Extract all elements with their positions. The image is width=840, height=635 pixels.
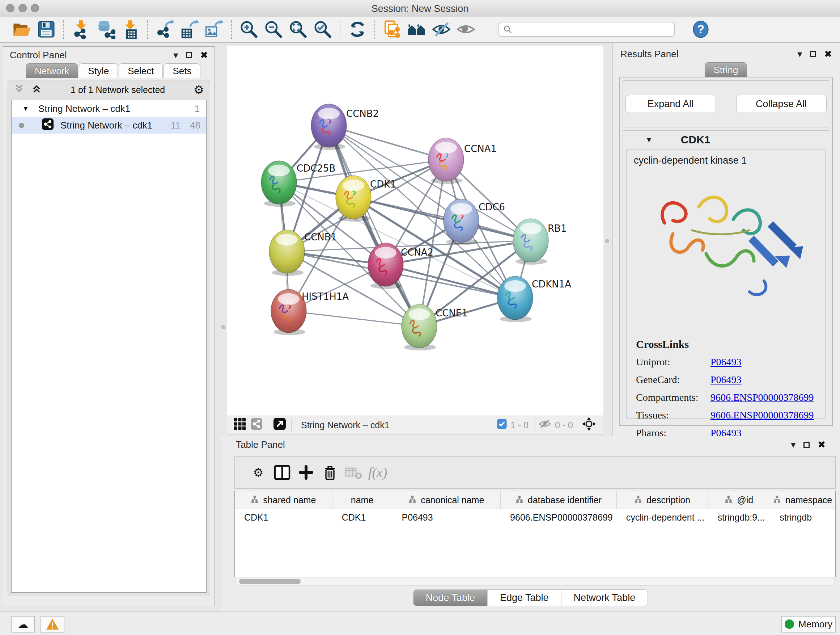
network-node-CDC25B[interactable]: CDC25B — [261, 161, 335, 207]
column-header-database-identifier[interactable]: database identifier — [501, 491, 617, 509]
selected-checkbox-icon[interactable] — [497, 419, 507, 431]
delete-table-icon[interactable] — [342, 462, 366, 483]
warnings-button[interactable] — [41, 616, 65, 632]
zoom-in-button[interactable] — [238, 19, 259, 40]
collapse-all-networks-icon[interactable] — [14, 83, 25, 96]
collection-expander-icon[interactable]: ▼ — [22, 105, 29, 112]
tab-string[interactable]: String — [705, 62, 747, 77]
gene-section-expander-icon[interactable]: ▼ — [645, 136, 653, 144]
import-database-button[interactable] — [95, 19, 116, 40]
refresh-button[interactable] — [347, 19, 368, 40]
function-builder-icon[interactable]: f(x) — [366, 462, 390, 483]
right-splitter-handle[interactable] — [605, 239, 609, 243]
table-panel-close-icon[interactable]: ✖ — [818, 440, 826, 449]
table-cell[interactable]: CDK1 — [235, 512, 332, 523]
crosslink-link[interactable]: P06493 — [711, 356, 742, 368]
table-options-gear-icon[interactable]: ⚙ — [246, 462, 270, 483]
tab-select[interactable]: Select — [118, 63, 163, 78]
column-header-description[interactable]: description — [617, 491, 708, 509]
network-node-HIST1H1A[interactable]: HIST1H1A — [271, 289, 349, 335]
gene-section-header[interactable]: ▼ CDK1 — [623, 131, 829, 149]
add-column-icon[interactable] — [294, 462, 318, 483]
network-canvas[interactable]: CCNB2CCNA1CDC25BCDK1CDC6RB1CCNB1CCNA2CDK… — [227, 46, 603, 416]
network-node-CDKN1A[interactable]: CDKN1A — [497, 276, 571, 322]
results-panel-float-icon[interactable] — [810, 51, 816, 57]
expand-all-button[interactable]: Expand All — [625, 95, 716, 113]
tab-node-table[interactable]: Node Table — [413, 589, 488, 606]
table-panel-float-icon[interactable] — [804, 442, 810, 448]
table-cell[interactable]: stringdb:9... — [708, 512, 770, 523]
results-panel-menu-icon[interactable]: ▾ — [797, 49, 802, 59]
hidden-eye-icon[interactable] — [538, 418, 551, 432]
crosslink-link[interactable]: P06493 — [711, 374, 742, 386]
table-cell[interactable]: 9606.ENSP00000378699 — [501, 512, 617, 523]
left-splitter-handle[interactable] — [221, 325, 225, 329]
zoom-fit-button[interactable] — [287, 19, 309, 40]
export-table-button[interactable] — [179, 19, 200, 40]
network-collection-row[interactable]: ▼ String Network – cdk1 1 — [11, 100, 206, 117]
birds-eye-view-icon[interactable] — [582, 417, 596, 433]
column-header-canonical-name[interactable]: canonical name — [392, 491, 501, 509]
export-network-button[interactable] — [155, 19, 175, 40]
network-node-CCNB2[interactable]: CCNB2 — [311, 104, 379, 150]
tab-sets[interactable]: Sets — [164, 63, 201, 78]
open-in-new-window-icon[interactable] — [273, 417, 286, 432]
search-input[interactable] — [499, 22, 675, 37]
table-cell[interactable]: cyclin-dependent ... — [617, 512, 708, 523]
show-hidden-button[interactable] — [455, 19, 477, 40]
crosslinks-section: CrossLinks Uniprot:P06493GeneCard:P06493… — [636, 338, 819, 445]
network-node-RB1[interactable]: RB1 — [513, 219, 567, 264]
network-node-CCNE1[interactable]: CCNE1 — [401, 304, 468, 350]
crosslink-link[interactable]: 9606.ENSP00000378699 — [711, 409, 813, 421]
control-panel-float-icon[interactable] — [186, 52, 192, 58]
network-node-CCNA1[interactable]: CCNA1 — [428, 138, 497, 184]
control-panel-menu-icon[interactable]: ▾ — [173, 50, 178, 60]
scrollbar-thumb[interactable] — [239, 579, 301, 584]
control-panel-close-icon[interactable]: ✖ — [200, 50, 208, 60]
crosslink-link[interactable]: 9606.ENSP00000378699 — [711, 392, 813, 403]
network-options-gear-icon[interactable]: ⚙ — [194, 84, 204, 96]
network-node-CCNB1[interactable]: CCNB1 — [269, 230, 337, 276]
network-node-CDC6[interactable]: CDC6 — [444, 199, 505, 245]
table-horizontal-scrollbar[interactable] — [235, 578, 835, 586]
tab-edge-table[interactable]: Edge Table — [487, 589, 561, 606]
open-session-button[interactable] — [11, 19, 32, 40]
clone-network-button[interactable] — [382, 19, 403, 40]
zoom-selected-button[interactable] — [312, 19, 333, 40]
table-cell[interactable]: CDK1 — [332, 512, 393, 523]
help-button[interactable]: ? — [690, 19, 711, 40]
network-node-CCNA2[interactable]: CCNA2 — [368, 243, 433, 289]
column-header-name[interactable]: name — [332, 491, 393, 509]
import-table-button[interactable] — [120, 19, 141, 40]
export-image-button[interactable] — [204, 19, 225, 40]
network-edge-CCNB2-CCNA1[interactable] — [329, 126, 446, 160]
expand-all-networks-icon[interactable] — [31, 83, 42, 96]
memory-button[interactable]: Memory — [782, 616, 836, 632]
home-button[interactable] — [406, 19, 427, 40]
tab-style[interactable]: Style — [79, 63, 118, 78]
import-network-button[interactable] — [71, 19, 92, 40]
table-cell[interactable]: P06493 — [392, 512, 501, 523]
column-header-namespace[interactable]: namespace — [770, 491, 835, 509]
collapse-all-button[interactable]: Collapse All — [736, 95, 827, 113]
save-session-button[interactable] — [36, 19, 57, 40]
hide-selected-button[interactable] — [431, 19, 452, 40]
column-header-shared-name[interactable]: shared name — [235, 491, 332, 509]
tab-network-table[interactable]: Network Table — [561, 589, 648, 606]
results-panel-close-icon[interactable]: ✖ — [824, 49, 832, 59]
column-header-@id[interactable]: @id — [708, 491, 770, 509]
search-text-field[interactable] — [515, 24, 671, 35]
grid-view-icon[interactable] — [234, 418, 246, 432]
delete-column-trash-icon[interactable] — [318, 462, 342, 483]
table-row[interactable]: CDK1CDK1P064939606.ENSP00000378699cyclin… — [235, 509, 835, 526]
zoom-out-button[interactable] — [263, 19, 284, 40]
network-row[interactable]: String Network – cdk1 11 48 — [11, 117, 206, 134]
table-panel-menu-icon[interactable]: ▾ — [791, 440, 796, 449]
string-network-badge-icon[interactable] — [250, 418, 263, 432]
table-cell[interactable]: stringdb — [770, 512, 835, 523]
cloud-status-button[interactable]: ☁ — [11, 616, 35, 632]
column-header-label: name — [351, 495, 374, 505]
tab-network[interactable]: Network — [26, 63, 78, 78]
show-column-panel-icon[interactable] — [270, 462, 294, 483]
network-edge-CCNE1-HIST1H1A[interactable] — [289, 311, 419, 326]
